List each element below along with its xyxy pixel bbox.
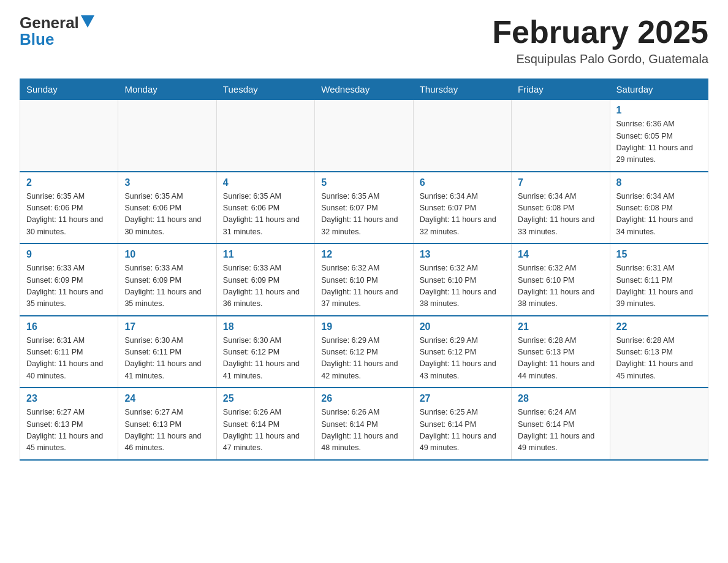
calendar-cell: 13Sunrise: 6:32 AMSunset: 6:10 PMDayligh…	[413, 243, 511, 316]
day-number: 12	[321, 249, 406, 260]
day-info: Sunrise: 6:28 AMSunset: 6:13 PMDaylight:…	[616, 335, 702, 383]
day-number: 16	[26, 321, 112, 332]
week-row-5: 23Sunrise: 6:27 AMSunset: 6:13 PMDayligh…	[20, 388, 708, 460]
calendar-cell: 27Sunrise: 6:25 AMSunset: 6:14 PMDayligh…	[413, 388, 511, 460]
col-monday: Monday	[118, 79, 216, 100]
day-number: 1	[616, 105, 702, 116]
logo-general: General	[20, 15, 79, 31]
day-info: Sunrise: 6:29 AMSunset: 6:12 PMDaylight:…	[420, 335, 505, 383]
day-number: 18	[223, 321, 308, 332]
calendar-cell	[118, 100, 216, 172]
calendar-cell: 16Sunrise: 6:31 AMSunset: 6:11 PMDayligh…	[20, 316, 118, 388]
calendar-cell: 19Sunrise: 6:29 AMSunset: 6:12 PMDayligh…	[315, 316, 413, 388]
calendar-cell: 10Sunrise: 6:33 AMSunset: 6:09 PMDayligh…	[118, 243, 216, 316]
calendar-cell: 15Sunrise: 6:31 AMSunset: 6:11 PMDayligh…	[610, 243, 708, 316]
day-number: 23	[26, 393, 112, 404]
calendar-cell: 9Sunrise: 6:33 AMSunset: 6:09 PMDaylight…	[20, 243, 118, 316]
calendar-cell: 24Sunrise: 6:27 AMSunset: 6:13 PMDayligh…	[118, 388, 216, 460]
calendar-table: Sunday Monday Tuesday Wednesday Thursday…	[20, 79, 708, 461]
day-number: 24	[124, 393, 210, 404]
col-sunday: Sunday	[20, 79, 118, 100]
day-number: 10	[124, 249, 210, 260]
col-wednesday: Wednesday	[315, 79, 413, 100]
day-number: 22	[616, 321, 702, 332]
title-section: February 2025 Esquipulas Palo Gordo, Gua…	[492, 15, 708, 66]
calendar-cell: 25Sunrise: 6:26 AMSunset: 6:14 PMDayligh…	[216, 388, 314, 460]
calendar-cell: 4Sunrise: 6:35 AMSunset: 6:06 PMDaylight…	[216, 172, 314, 244]
page-title: February 2025	[492, 15, 708, 50]
day-info: Sunrise: 6:26 AMSunset: 6:14 PMDaylight:…	[321, 407, 406, 454]
day-info: Sunrise: 6:32 AMSunset: 6:10 PMDaylight:…	[518, 262, 603, 310]
col-saturday: Saturday	[610, 79, 708, 100]
day-number: 6	[420, 177, 505, 188]
calendar-cell	[413, 100, 511, 172]
day-info: Sunrise: 6:35 AMSunset: 6:07 PMDaylight:…	[321, 191, 406, 239]
logo-blue: Blue	[20, 30, 54, 48]
day-number: 3	[124, 177, 210, 188]
day-number: 7	[518, 177, 603, 188]
day-info: Sunrise: 6:33 AMSunset: 6:09 PMDaylight:…	[124, 262, 210, 310]
calendar-header-row: Sunday Monday Tuesday Wednesday Thursday…	[20, 79, 708, 100]
day-info: Sunrise: 6:31 AMSunset: 6:11 PMDaylight:…	[26, 335, 112, 383]
calendar-cell	[20, 100, 118, 172]
col-friday: Friday	[512, 79, 610, 100]
day-info: Sunrise: 6:25 AMSunset: 6:14 PMDaylight:…	[420, 407, 505, 454]
calendar-cell: 6Sunrise: 6:34 AMSunset: 6:07 PMDaylight…	[413, 172, 511, 244]
calendar-cell: 11Sunrise: 6:33 AMSunset: 6:09 PMDayligh…	[216, 243, 314, 316]
week-row-3: 9Sunrise: 6:33 AMSunset: 6:09 PMDaylight…	[20, 243, 708, 316]
day-number: 13	[420, 249, 505, 260]
day-info: Sunrise: 6:26 AMSunset: 6:14 PMDaylight:…	[223, 407, 308, 454]
day-number: 9	[26, 249, 112, 260]
day-number: 19	[321, 321, 406, 332]
day-number: 8	[616, 177, 702, 188]
day-info: Sunrise: 6:29 AMSunset: 6:12 PMDaylight:…	[321, 335, 406, 383]
calendar-cell: 17Sunrise: 6:30 AMSunset: 6:11 PMDayligh…	[118, 316, 216, 388]
day-info: Sunrise: 6:33 AMSunset: 6:09 PMDaylight:…	[223, 262, 308, 310]
calendar-cell: 28Sunrise: 6:24 AMSunset: 6:14 PMDayligh…	[512, 388, 610, 460]
calendar-cell: 23Sunrise: 6:27 AMSunset: 6:13 PMDayligh…	[20, 388, 118, 460]
calendar-cell: 20Sunrise: 6:29 AMSunset: 6:12 PMDayligh…	[413, 316, 511, 388]
day-number: 28	[518, 393, 603, 404]
day-number: 26	[321, 393, 406, 404]
day-info: Sunrise: 6:33 AMSunset: 6:09 PMDaylight:…	[26, 262, 112, 310]
day-info: Sunrise: 6:31 AMSunset: 6:11 PMDaylight:…	[616, 262, 702, 310]
day-info: Sunrise: 6:35 AMSunset: 6:06 PMDaylight:…	[124, 191, 210, 239]
day-number: 15	[616, 249, 702, 260]
day-number: 17	[124, 321, 210, 332]
day-info: Sunrise: 6:30 AMSunset: 6:11 PMDaylight:…	[124, 335, 210, 383]
calendar-cell: 21Sunrise: 6:28 AMSunset: 6:13 PMDayligh…	[512, 316, 610, 388]
day-info: Sunrise: 6:32 AMSunset: 6:10 PMDaylight:…	[321, 262, 406, 310]
logo-arrow-icon	[81, 15, 94, 28]
calendar-cell: 7Sunrise: 6:34 AMSunset: 6:08 PMDaylight…	[512, 172, 610, 244]
logo: General Blue	[20, 15, 94, 48]
day-info: Sunrise: 6:36 AMSunset: 6:05 PMDaylight:…	[616, 118, 702, 166]
calendar-cell: 14Sunrise: 6:32 AMSunset: 6:10 PMDayligh…	[512, 243, 610, 316]
day-info: Sunrise: 6:24 AMSunset: 6:14 PMDaylight:…	[518, 407, 603, 454]
day-number: 5	[321, 177, 406, 188]
calendar-cell: 26Sunrise: 6:26 AMSunset: 6:14 PMDayligh…	[315, 388, 413, 460]
day-info: Sunrise: 6:35 AMSunset: 6:06 PMDaylight:…	[223, 191, 308, 239]
day-info: Sunrise: 6:27 AMSunset: 6:13 PMDaylight:…	[124, 407, 210, 454]
calendar-cell: 12Sunrise: 6:32 AMSunset: 6:10 PMDayligh…	[315, 243, 413, 316]
col-tuesday: Tuesday	[216, 79, 314, 100]
day-number: 25	[223, 393, 308, 404]
week-row-1: 1Sunrise: 6:36 AMSunset: 6:05 PMDaylight…	[20, 100, 708, 172]
calendar-cell: 2Sunrise: 6:35 AMSunset: 6:06 PMDaylight…	[20, 172, 118, 244]
col-thursday: Thursday	[413, 79, 511, 100]
calendar-cell: 18Sunrise: 6:30 AMSunset: 6:12 PMDayligh…	[216, 316, 314, 388]
svg-marker-0	[81, 15, 94, 28]
calendar-cell	[610, 388, 708, 460]
page-header: General Blue February 2025 Esquipulas Pa…	[20, 15, 708, 66]
day-info: Sunrise: 6:35 AMSunset: 6:06 PMDaylight:…	[26, 191, 112, 239]
day-info: Sunrise: 6:34 AMSunset: 6:08 PMDaylight:…	[518, 191, 603, 239]
day-info: Sunrise: 6:30 AMSunset: 6:12 PMDaylight:…	[223, 335, 308, 383]
day-number: 20	[420, 321, 505, 332]
calendar-cell: 8Sunrise: 6:34 AMSunset: 6:08 PMDaylight…	[610, 172, 708, 244]
day-number: 27	[420, 393, 505, 404]
calendar-cell: 5Sunrise: 6:35 AMSunset: 6:07 PMDaylight…	[315, 172, 413, 244]
calendar-cell: 3Sunrise: 6:35 AMSunset: 6:06 PMDaylight…	[118, 172, 216, 244]
day-number: 11	[223, 249, 308, 260]
day-info: Sunrise: 6:34 AMSunset: 6:07 PMDaylight:…	[420, 191, 505, 239]
day-number: 2	[26, 177, 112, 188]
day-info: Sunrise: 6:28 AMSunset: 6:13 PMDaylight:…	[518, 335, 603, 383]
